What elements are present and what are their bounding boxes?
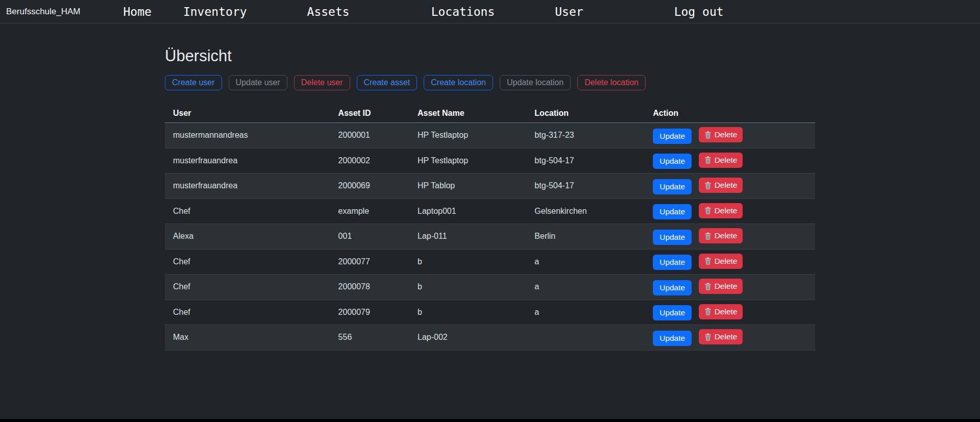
cell-asset-id: 2000077 xyxy=(330,249,409,275)
delete-button[interactable]: Delete xyxy=(699,153,743,168)
update-button[interactable]: Update xyxy=(653,331,692,346)
trash-icon xyxy=(704,308,712,315)
delete-button-label: Delete xyxy=(715,332,738,341)
delete-button[interactable]: Delete xyxy=(699,304,743,319)
nav-link[interactable]: Inventory xyxy=(183,5,247,18)
update-button[interactable]: Update xyxy=(653,305,692,320)
cell-user: Chef xyxy=(165,275,330,300)
cell-action: Update xyxy=(645,198,815,224)
cell-asset-name: b xyxy=(409,275,526,300)
update-button[interactable]: Update xyxy=(653,204,692,219)
cell-asset-name: b xyxy=(409,300,526,325)
cell-user: mustermannandreas xyxy=(165,123,330,148)
cell-location: btg-504-17 xyxy=(526,173,645,199)
column-header: Asset Name xyxy=(409,104,526,123)
table-body: mustermannandreas 2000001 HP Testlaptop … xyxy=(165,123,815,351)
delete-button-label: Delete xyxy=(715,307,738,316)
nav-link[interactable]: Assets xyxy=(307,5,350,18)
column-header: User xyxy=(165,104,330,123)
cell-asset-id: 2000079 xyxy=(330,300,409,325)
update-button[interactable]: Update xyxy=(653,154,692,169)
nav-link[interactable]: User xyxy=(555,5,583,18)
trash-icon xyxy=(704,333,712,341)
main-content: Übersicht Create user Update user Delete… xyxy=(165,47,815,351)
cell-user: Chef xyxy=(165,198,330,224)
cell-user: Max xyxy=(165,325,330,351)
update-button[interactable]: Update xyxy=(653,255,692,270)
trash-icon xyxy=(704,131,712,139)
cell-asset-id: example xyxy=(330,198,409,224)
column-header: Location xyxy=(526,104,645,123)
cell-location: a xyxy=(526,249,645,275)
delete-button-label: Delete xyxy=(715,206,738,215)
update-button[interactable]: Update xyxy=(653,280,692,295)
toolbar-button[interactable]: Delete location xyxy=(577,75,646,90)
page-title: Übersicht xyxy=(165,47,815,65)
table-row: Alexa 001 Lap-011 Berlin Update xyxy=(165,224,815,250)
table-row: Chef 2000078 b a Update xyxy=(165,275,815,300)
delete-button[interactable]: Delete xyxy=(699,127,743,142)
delete-button-label: Delete xyxy=(715,181,738,190)
cell-location: Gelsenkirchen xyxy=(526,198,645,224)
toolbar-button[interactable]: Delete user xyxy=(294,75,350,90)
delete-button[interactable]: Delete xyxy=(699,178,743,193)
trash-icon xyxy=(704,283,712,290)
table-row: Chef 2000077 b a Update xyxy=(165,249,815,275)
cell-asset-name: HP Testlaptop xyxy=(409,148,526,173)
cell-user: musterfrauandrea xyxy=(165,173,330,199)
cell-user: Chef xyxy=(165,249,330,275)
cell-location: a xyxy=(526,300,645,325)
toolbar-button[interactable]: Create asset xyxy=(357,75,418,90)
cell-asset-name: Lap-011 xyxy=(409,224,526,250)
navbar-brand[interactable]: Berufsschule_HAM xyxy=(6,7,81,17)
update-button[interactable]: Update xyxy=(653,179,692,194)
cell-action: Update xyxy=(645,148,815,173)
cell-asset-name: Laptop001 xyxy=(409,198,526,224)
cell-action: Update xyxy=(645,123,815,148)
cell-location: Berlin xyxy=(526,224,645,250)
nav-link[interactable]: Locations xyxy=(431,5,495,18)
cell-asset-name: Lap-002 xyxy=(409,325,526,351)
nav-link[interactable]: Log out xyxy=(674,5,724,18)
bottom-edge-bar xyxy=(0,419,980,422)
assets-table: User Asset ID Asset Name Location Action… xyxy=(165,104,815,351)
toolbar-button[interactable]: Update location xyxy=(500,75,571,90)
cell-action: Update xyxy=(645,275,815,300)
toolbar-button[interactable]: Update user xyxy=(229,75,287,90)
table-row: musterfrauandrea 2000002 HP Testlaptop b… xyxy=(165,148,815,173)
delete-button-label: Delete xyxy=(715,156,738,165)
table-row: mustermannandreas 2000001 HP Testlaptop … xyxy=(165,123,815,148)
cell-user: Chef xyxy=(165,300,330,325)
delete-button-label: Delete xyxy=(715,282,738,291)
cell-action: Update xyxy=(645,325,815,351)
toolbar: Create user Update user Delete user Crea… xyxy=(165,75,815,90)
cell-asset-id: 2000001 xyxy=(330,123,409,148)
trash-icon xyxy=(704,182,712,189)
column-header: Asset ID xyxy=(330,104,409,123)
cell-asset-name: b xyxy=(409,249,526,275)
delete-button[interactable]: Delete xyxy=(699,329,743,344)
delete-button-label: Delete xyxy=(715,130,738,139)
table-header: User Asset ID Asset Name Location Action xyxy=(165,104,815,123)
cell-location: btg-317-23 xyxy=(526,123,645,148)
delete-button[interactable]: Delete xyxy=(699,228,743,243)
toolbar-button[interactable]: Create location xyxy=(424,75,493,90)
delete-button[interactable]: Delete xyxy=(699,279,743,294)
trash-icon xyxy=(704,156,712,164)
nav-link[interactable]: Home xyxy=(124,5,152,18)
update-button[interactable]: Update xyxy=(653,230,692,245)
cell-asset-id: 001 xyxy=(330,224,409,250)
cell-asset-name: HP Tablop xyxy=(409,173,526,199)
cell-action: Update xyxy=(645,173,815,199)
table-row: Max 556 Lap-002 Update xyxy=(165,325,815,351)
navbar: Berufsschule_HAM Home Inventory Assets L… xyxy=(0,0,980,23)
trash-icon xyxy=(704,232,712,240)
delete-button[interactable]: Delete xyxy=(699,203,743,218)
update-button[interactable]: Update xyxy=(653,129,692,144)
cell-location: a xyxy=(526,275,645,300)
table-row: Chef 2000079 b a Update xyxy=(165,300,815,325)
trash-icon xyxy=(704,207,712,214)
toolbar-button[interactable]: Create user xyxy=(165,75,222,90)
delete-button[interactable]: Delete xyxy=(699,254,743,269)
cell-asset-id: 2000069 xyxy=(330,173,409,199)
